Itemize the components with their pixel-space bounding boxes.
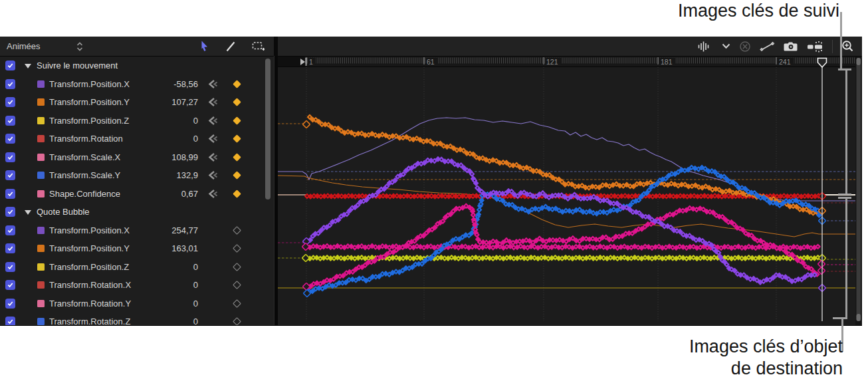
screenshot: Animées: [0, 0, 868, 389]
keyframe-indicator[interactable]: [223, 245, 250, 251]
parameter-value[interactable]: 163,01: [171, 243, 201, 253]
parameter-row[interactable]: Transform.Position.X-58,56: [0, 75, 274, 94]
marquee-add-tool-button[interactable]: [252, 41, 265, 52]
curve-sets-icon[interactable]: [807, 41, 823, 53]
enable-checkbox[interactable]: [5, 134, 15, 144]
list-scrollbar[interactable]: [265, 59, 271, 199]
keyframe-indicator[interactable]: [223, 81, 250, 87]
enable-checkbox[interactable]: [5, 262, 15, 272]
enable-checkbox[interactable]: [5, 299, 15, 309]
parameter-label: Transform.Position.Y: [49, 97, 130, 107]
previous-keyframe-icon[interactable]: [201, 97, 223, 107]
popup-updown-chevron-icon: [76, 42, 83, 51]
curve-set-popup[interactable]: Animées: [0, 41, 83, 51]
parameter-row[interactable]: Transform.Scale.Y132,9: [0, 166, 274, 185]
enable-checkbox[interactable]: [5, 207, 15, 217]
enable-checkbox[interactable]: [5, 243, 15, 253]
parameter-row[interactable]: Transform.Position.X254,77: [0, 221, 274, 240]
keyframe-indicator[interactable]: [223, 282, 250, 288]
select-arrow-tool-button[interactable]: [199, 41, 209, 52]
previous-keyframe-icon[interactable]: [201, 116, 223, 126]
keyframe-indicator[interactable]: [223, 172, 250, 178]
chevron-down-icon[interactable]: [722, 43, 730, 49]
parameter-value[interactable]: 0: [193, 116, 201, 126]
svg-text:1: 1: [309, 58, 313, 66]
zoom-magnifier-icon[interactable]: [841, 40, 854, 53]
keyframe-graph[interactable]: 161121181241: [278, 57, 862, 325]
color-swatch: [37, 263, 45, 271]
keyframe-indicator[interactable]: [223, 118, 250, 124]
parameter-label: Transform.Rotation.X: [49, 280, 131, 290]
callout-bottom-line2: de destination: [689, 358, 843, 380]
parameter-value[interactable]: 0: [193, 134, 201, 144]
parameter-value[interactable]: 0: [193, 299, 201, 309]
disclosure-triangle-icon[interactable]: [25, 63, 31, 68]
bracket-bottom-cap-upper: [838, 197, 851, 199]
parameter-value[interactable]: 132,9: [176, 170, 201, 180]
svg-text:241: 241: [779, 58, 791, 66]
color-swatch: [37, 172, 45, 179]
parameter-row[interactable]: Transform.Rotation.Y0: [0, 295, 274, 313]
previous-keyframe-icon[interactable]: [201, 79, 223, 89]
parameter-label: Transform.Scale.Y: [49, 170, 120, 180]
callout-top-line: [840, 12, 842, 69]
color-swatch: [37, 98, 45, 106]
enable-checkbox[interactable]: [5, 317, 15, 325]
callout-bottom-label: Images clés d’objet de destination: [689, 336, 843, 380]
snapshot-camera-icon[interactable]: [784, 41, 798, 52]
parameter-value[interactable]: 254,77: [171, 225, 201, 235]
group-row[interactable]: Suivre le mouvement: [0, 57, 274, 75]
parameter-label: Transform.Scale.X: [49, 152, 120, 162]
clear-curve-icon-disabled: [739, 41, 751, 53]
parameter-row[interactable]: Transform.Scale.X108,99: [0, 148, 274, 167]
keyframe-indicator[interactable]: [223, 99, 250, 105]
parameter-value[interactable]: 108,99: [171, 152, 201, 162]
parameter-value[interactable]: 0: [193, 317, 201, 325]
keyframe-indicator[interactable]: [223, 319, 250, 324]
parameter-row[interactable]: Shape.Confidence0,67: [0, 185, 274, 203]
parameter-row[interactable]: Transform.Rotation0: [0, 130, 274, 148]
enable-checkbox[interactable]: [5, 170, 15, 180]
group-row[interactable]: Quote Bubble: [0, 203, 274, 221]
previous-keyframe-icon[interactable]: [201, 170, 223, 180]
parameter-row[interactable]: Transform.Position.Y163,01: [0, 239, 274, 258]
parameter-value[interactable]: -58,56: [173, 79, 201, 89]
parameter-row[interactable]: Transform.Position.Z0: [0, 258, 274, 277]
enable-checkbox[interactable]: [5, 61, 15, 70]
parameter-row[interactable]: Transform.Rotation.Z0: [0, 313, 274, 325]
color-swatch: [37, 135, 45, 142]
pen-tool-button[interactable]: [225, 41, 236, 52]
callout-bottom-line1: Images clés d’objet: [689, 336, 843, 358]
previous-keyframe-icon[interactable]: [201, 134, 223, 144]
parameter-value[interactable]: 107,27: [171, 97, 201, 107]
keyframe-indicator[interactable]: [223, 301, 250, 307]
enable-checkbox[interactable]: [5, 79, 15, 89]
enable-checkbox[interactable]: [5, 152, 15, 162]
enable-checkbox[interactable]: [5, 280, 15, 290]
parameter-value[interactable]: 0,67: [181, 189, 201, 199]
color-swatch: [37, 245, 45, 252]
fit-curve-icon[interactable]: [760, 41, 775, 52]
keyframe-indicator[interactable]: [223, 154, 250, 160]
audio-waveform-icon[interactable]: [695, 41, 713, 53]
parameter-row[interactable]: Transform.Position.Z0: [0, 112, 274, 130]
parameter-label: Transform.Rotation: [49, 134, 123, 144]
enable-checkbox[interactable]: [5, 189, 15, 199]
enable-checkbox[interactable]: [5, 116, 15, 126]
keyframe-indicator[interactable]: [223, 264, 250, 270]
parameter-value[interactable]: 0: [193, 262, 201, 272]
previous-keyframe-icon[interactable]: [201, 189, 223, 199]
enable-checkbox[interactable]: [5, 225, 15, 235]
keyframe-indicator[interactable]: [223, 191, 250, 197]
color-swatch: [37, 190, 45, 197]
parameter-row[interactable]: Transform.Position.Y107,27: [0, 93, 274, 112]
keyframe-indicator[interactable]: [223, 136, 250, 142]
bracket-bottom-vertical: [845, 197, 847, 319]
enable-checkbox[interactable]: [5, 97, 15, 107]
keyframe-indicator[interactable]: [223, 227, 250, 233]
previous-keyframe-icon[interactable]: [201, 152, 223, 162]
parameter-value[interactable]: 0: [193, 280, 201, 290]
disclosure-triangle-icon[interactable]: [25, 209, 31, 215]
graph-scrollbar[interactable]: [855, 57, 862, 325]
parameter-row[interactable]: Transform.Rotation.X0: [0, 276, 274, 295]
